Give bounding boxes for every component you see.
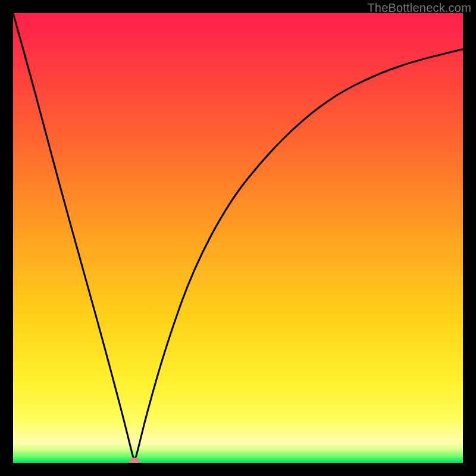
bottleneck-curve-path — [13, 13, 463, 458]
bottleneck-curve-svg — [13, 13, 463, 463]
plot-area — [13, 13, 463, 463]
chart-frame: TheBottleneck.com — [0, 0, 476, 476]
optimal-point-marker — [129, 458, 140, 463]
